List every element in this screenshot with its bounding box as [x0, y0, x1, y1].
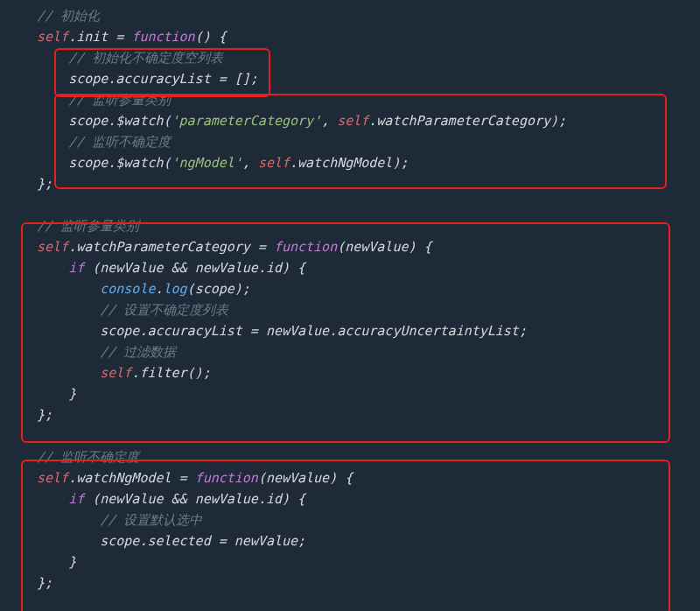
- code-line: // 过滤数据: [37, 341, 700, 362]
- code-line: if (newValue && newValue.id) {: [37, 488, 700, 509]
- blank-line: [37, 194, 700, 215]
- code-block: // 初始化 self.init = function() { // 初始化不确…: [0, 0, 700, 599]
- code-line: // 监听不确定度: [37, 131, 700, 152]
- code-line: };: [37, 404, 700, 425]
- code-line: scope.$watch('parameterCategory', self.w…: [37, 110, 700, 131]
- code-line: // 初始化: [37, 5, 700, 26]
- code-line: // 监听参量类别: [37, 89, 700, 110]
- code-line: console.log(scope);: [37, 278, 700, 299]
- code-line: if (newValue && newValue.id) {: [37, 257, 700, 278]
- code-line: scope.selected = newValue;: [37, 530, 700, 551]
- code-line: // 监听不确定度: [37, 446, 700, 467]
- code-line: self.watchNgModel = function(newValue) {: [37, 467, 700, 488]
- code-line: scope.$watch('ngModel', self.watchNgMode…: [37, 152, 700, 173]
- code-line: self.filter();: [37, 362, 700, 383]
- code-line: // 设置不确定度列表: [37, 299, 700, 320]
- code-line: }: [37, 383, 700, 404]
- code-line: // 初始化不确定度空列表: [37, 47, 700, 68]
- code-line: }: [37, 551, 700, 572]
- code-line: self.init = function() {: [37, 26, 700, 47]
- code-line: };: [37, 173, 700, 194]
- code-line: self.watchParameterCategory = function(n…: [37, 236, 700, 257]
- code-line: scope.accuracyList = [];: [37, 68, 700, 89]
- code-line: // 设置默认选中: [37, 509, 700, 530]
- code-line: scope.accuracyList = newValue.accuracyUn…: [37, 320, 700, 341]
- comment: // 初始化: [37, 8, 100, 24]
- code-line: // 监听参量类别: [37, 215, 700, 236]
- code-line: };: [37, 572, 700, 593]
- blank-line: [37, 425, 700, 446]
